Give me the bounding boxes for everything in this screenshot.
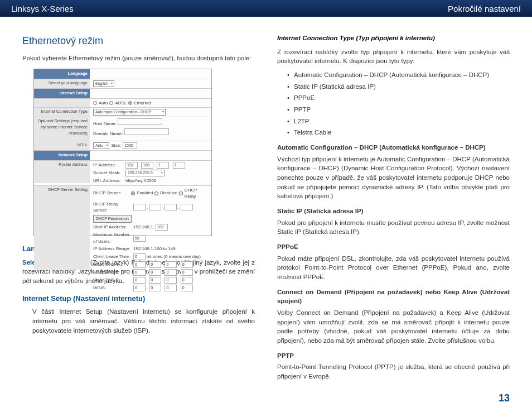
ict-intro: Z rozevírací nabídky zvolte typ připojen… <box>277 47 510 66</box>
ss-ip-2[interactable]: 168 <box>141 162 153 169</box>
ethernet-intro: Pokud vyberete Ethernetový režim (pouze … <box>22 54 255 63</box>
pppoe-para: Pokud máte připojení DSL, zkontrolujte, … <box>277 254 510 282</box>
type-pppoe: PPPoE <box>287 93 510 103</box>
cod-para: Volby Connect on Demand (Připojení na po… <box>277 308 510 346</box>
header-left: Linksys X-Series <box>11 4 74 13</box>
ss-start-ip[interactable]: 100 <box>156 224 168 231</box>
left-column: Ethernetový režim Pokud vyberete Etherne… <box>22 33 255 386</box>
header-right: Pokročilé nastavení <box>448 4 521 13</box>
page-number: 13 <box>499 392 510 404</box>
dhcp-para: Výchozí typ připojení k internetu je Aut… <box>277 155 510 201</box>
ss-select-language-label: Select your language <box>34 79 90 88</box>
ss-dhcp-disabled[interactable] <box>154 191 158 195</box>
ss-dhcp-setting-label: DHCP Server Setting <box>34 186 90 270</box>
ss-dhcp-reservation-button[interactable]: DHCP Reservation <box>93 215 132 223</box>
ss-lease-input[interactable]: 0 <box>133 253 146 260</box>
pppoe-subheading: PPPoE <box>277 242 510 252</box>
ss-ict-select[interactable]: Automatic Configuration - DHCP <box>93 109 166 116</box>
page-header: Linksys X-Series Pokročilé nastavení <box>0 0 532 17</box>
ss-radio-auto[interactable] <box>93 101 97 105</box>
pptp-para: Point-to-Point Tunneling Protocol (PPTP)… <box>277 362 510 381</box>
ss-optional-label: Optional Settings (required by some Inte… <box>34 117 90 141</box>
dhcp-subheading: Automatic Configuration – DHCP (Automati… <box>277 143 510 152</box>
ss-internet-setup-header: Internet Setup <box>34 89 90 98</box>
ss-subnet-select[interactable]: 255.255.255.0 <box>125 170 165 176</box>
router-settings-screenshot: Language Select your language English In… <box>33 69 212 236</box>
ss-radio-ethernet[interactable] <box>128 101 132 105</box>
ss-mtu-label: MTU: <box>34 141 90 150</box>
right-column: Internet Connection Type (Typ připojení … <box>277 33 510 386</box>
ss-radio-adsl[interactable] <box>109 101 113 105</box>
ss-language-header: Language <box>34 69 90 79</box>
ss-domain-input[interactable] <box>124 128 169 135</box>
ss-url-value: http://my.X2000 <box>125 178 156 184</box>
static-para: Pokud pro připojení k internetu musíte p… <box>277 218 510 237</box>
ss-ict-label: Internet Connection Type <box>34 108 90 117</box>
internet-setup-heading: Internet Setup (Nastavení internetu) <box>22 294 255 304</box>
ss-ip-3[interactable]: 1 <box>157 162 169 169</box>
ss-ip-range: 192.168.1.100 to 149 <box>133 246 176 252</box>
cod-subheading: Connect on Demand (Připojení na požadave… <box>277 288 510 306</box>
ss-hostname-input[interactable] <box>118 118 162 125</box>
ss-network-setup-header: Network Setup <box>34 151 90 160</box>
ss-ip-4[interactable]: 1 <box>173 162 185 169</box>
internet-setup-para: V části Internet Setup (Nastavení intern… <box>32 307 255 335</box>
type-l2tp: L2TP <box>287 117 510 126</box>
static-subheading: Static IP (Statická adresa IP) <box>277 207 510 216</box>
ss-ip-1[interactable]: 192 <box>125 162 138 169</box>
ss-max-users[interactable]: 50 <box>133 235 146 242</box>
ict-heading: Internet Connection Type (Typ připojení … <box>277 33 510 43</box>
ss-dhcp-relay[interactable] <box>179 191 183 195</box>
pptp-subheading: PPTP <box>277 351 510 361</box>
connection-types-list: Automatic Configuration – DHCP (Automati… <box>287 70 510 137</box>
ss-mtu-select[interactable]: Auto <box>93 142 109 149</box>
ss-language-select[interactable]: English <box>93 80 114 87</box>
type-dhcp: Automatic Configuration – DHCP (Automati… <box>287 70 510 80</box>
type-pptp: PPTP <box>287 105 510 114</box>
ethernet-mode-heading: Ethernetový režim <box>22 33 255 48</box>
ss-dhcp-enabled[interactable] <box>131 191 135 195</box>
content-area: Ethernetový režim Pokud vyberete Etherne… <box>0 17 532 386</box>
ss-size-input[interactable]: 1500 <box>123 142 137 149</box>
type-telstra: Telstra Cable <box>287 128 510 137</box>
ss-router-address-label: Router Address <box>34 161 90 183</box>
type-static: Static IP (Statická adresa IP) <box>287 82 510 92</box>
